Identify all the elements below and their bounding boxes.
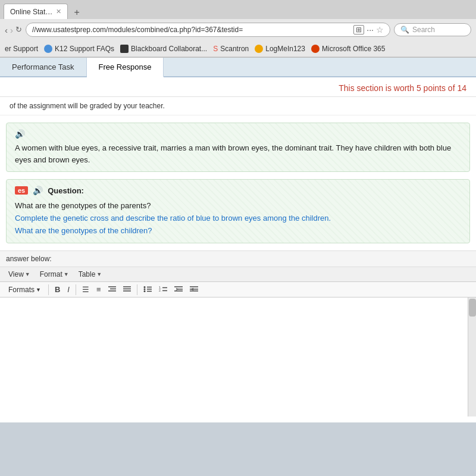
- bookmark-logmein-label: LogMeIn123: [265, 45, 305, 53]
- bookmark-scantron-label: Scantron: [220, 45, 249, 53]
- formats-dropdown-btn[interactable]: Formats ▼: [5, 284, 45, 295]
- svg-point-8: [143, 289, 145, 290]
- toolbar-separator-2: [76, 284, 76, 295]
- back-icon[interactable]: ‹: [5, 25, 8, 35]
- align-center-button[interactable]: ≡: [94, 284, 104, 295]
- passage-block: 🔊 A women with blue eyes, a recessive tr…: [6, 123, 470, 172]
- address-icons: ⊞ ··· ☆: [353, 25, 384, 35]
- browser-chrome: Online Stat… ✕ + ‹ › ↻ //www.usatestprep…: [0, 0, 476, 58]
- bookmark-support[interactable]: er Support: [5, 45, 38, 53]
- bookmark-logmein[interactable]: LogMeIn123: [255, 45, 305, 53]
- toolbar-separator-3: [137, 284, 137, 295]
- toolbar-format-btn[interactable]: Format ▼: [36, 269, 73, 280]
- bold-button[interactable]: B: [52, 284, 62, 295]
- bookmark-ms365[interactable]: Microsoft Office 365: [311, 45, 386, 53]
- question-section: es 🔊 Question: What are the genotypes of…: [6, 179, 470, 243]
- question-line-1: What are the genotypes of the parents?: [15, 200, 461, 212]
- search-placeholder: Search: [412, 26, 435, 34]
- ms365-icon: [311, 45, 320, 53]
- tab-label: Online Stat…: [10, 8, 52, 16]
- bullet-list-button[interactable]: [141, 284, 154, 295]
- formats-chevron-icon: ▼: [36, 287, 41, 293]
- question-header: es 🔊 Question:: [15, 186, 461, 195]
- section-header: This section is worth 5 points of 14: [0, 77, 476, 97]
- section-header-text: This section is worth 5 points of 14: [339, 83, 466, 93]
- address-bar[interactable]: //www.usatestprep.com/modules/combined/c…: [26, 23, 390, 37]
- graded-notice: of the assignment will be graded by your…: [0, 97, 476, 115]
- bookmark-blackboard[interactable]: Blackboard Collaborat...: [120, 45, 207, 53]
- editor-area[interactable]: [0, 298, 476, 416]
- svg-text:2.: 2.: [159, 289, 161, 292]
- tab-close-icon[interactable]: ✕: [56, 8, 61, 15]
- svg-point-6: [143, 286, 145, 288]
- search-icon: 🔍: [400, 26, 409, 34]
- bookmark-ms365-label: Microsoft Office 365: [322, 45, 386, 53]
- tab-bar: Online Stat… ✕ +: [0, 0, 476, 19]
- table-chevron-icon: ▼: [96, 271, 102, 277]
- editor-container: [0, 298, 476, 416]
- audio-icon[interactable]: 🔊: [15, 129, 461, 139]
- scantron-icon: S: [213, 45, 218, 53]
- refresh-icon[interactable]: ↻: [15, 25, 22, 35]
- audio-icon-question[interactable]: 🔊: [33, 186, 43, 195]
- es-badge: es: [15, 186, 28, 195]
- address-bar-row: ‹ › ↻ //www.usatestprep.com/modules/comb…: [0, 19, 476, 40]
- question-label: Question:: [48, 186, 84, 195]
- passage-text: A women with blue eyes, a recessive trai…: [15, 142, 461, 165]
- scrollbar[interactable]: [468, 298, 476, 416]
- numbered-list-button[interactable]: 1.2.: [156, 284, 170, 295]
- outdent-button[interactable]: [187, 284, 201, 295]
- question-line-3: What are the genotypes of the children?: [15, 225, 461, 237]
- align-right-button[interactable]: [106, 284, 118, 295]
- editor-toolbar-top: View ▼ Format ▼ Table ▼: [0, 267, 476, 282]
- tab-performance-task[interactable]: Performance Task: [0, 58, 87, 76]
- bookmark-blackboard-label: Blackboard Collaborat...: [131, 45, 207, 53]
- ellipsis-icon[interactable]: ···: [367, 25, 374, 35]
- address-text: //www.usatestprep.com/modules/combined/c…: [32, 26, 351, 34]
- answer-label: answer below:: [0, 250, 476, 267]
- new-tab-button[interactable]: +: [70, 6, 83, 19]
- browser-tab-active[interactable]: Online Stat… ✕: [4, 4, 68, 19]
- toolbar-view-btn[interactable]: View ▼: [5, 269, 34, 280]
- main-content: This section is worth 5 points of 14 of …: [0, 77, 476, 422]
- graded-notice-text: of the assignment will be graded by your…: [10, 102, 165, 110]
- question-line-2: Complete the genetic cross and describe …: [15, 212, 461, 225]
- editor-toolbar-bottom: Formats ▼ B I ☰ ≡ 1.2.: [0, 282, 476, 298]
- question-text: What are the genotypes of the parents? C…: [15, 200, 461, 237]
- tab-free-response[interactable]: Free Response: [87, 58, 164, 77]
- bookmark-scantron[interactable]: S Scantron: [213, 45, 249, 53]
- italic-button[interactable]: I: [65, 284, 72, 295]
- toolbar-separator-1: [48, 284, 49, 295]
- bookmark-k12[interactable]: K12 Support FAQs: [44, 45, 114, 53]
- justify-button[interactable]: [121, 284, 133, 295]
- format-chevron-icon: ▼: [64, 271, 69, 277]
- page-info-icon[interactable]: ⊞: [353, 25, 364, 35]
- bookmark-k12-label: K12 Support FAQs: [55, 45, 114, 53]
- question-line-2-text: Complete the genetic cross and describe …: [15, 214, 331, 223]
- logmein-icon: [255, 45, 263, 53]
- view-chevron-icon: ▼: [25, 271, 30, 277]
- svg-point-10: [143, 290, 145, 292]
- k12-icon: [44, 45, 52, 53]
- align-left-button[interactable]: ☰: [80, 284, 92, 295]
- scrollbar-thumb: [469, 299, 476, 317]
- page-tabs: Performance Task Free Response: [0, 58, 476, 77]
- blackboard-icon: [120, 45, 129, 53]
- bookmark-support-label: er Support: [5, 45, 38, 53]
- indent-button[interactable]: [172, 284, 185, 295]
- bookmarks-bar: er Support K12 Support FAQs Blackboard C…: [0, 40, 476, 57]
- bookmark-star-icon[interactable]: ☆: [376, 25, 384, 35]
- nav-buttons: ‹ › ↻: [5, 25, 22, 35]
- toolbar-table-btn[interactable]: Table ▼: [75, 269, 106, 280]
- search-box[interactable]: 🔍 Search: [394, 23, 471, 36]
- forward-icon[interactable]: ›: [10, 25, 13, 35]
